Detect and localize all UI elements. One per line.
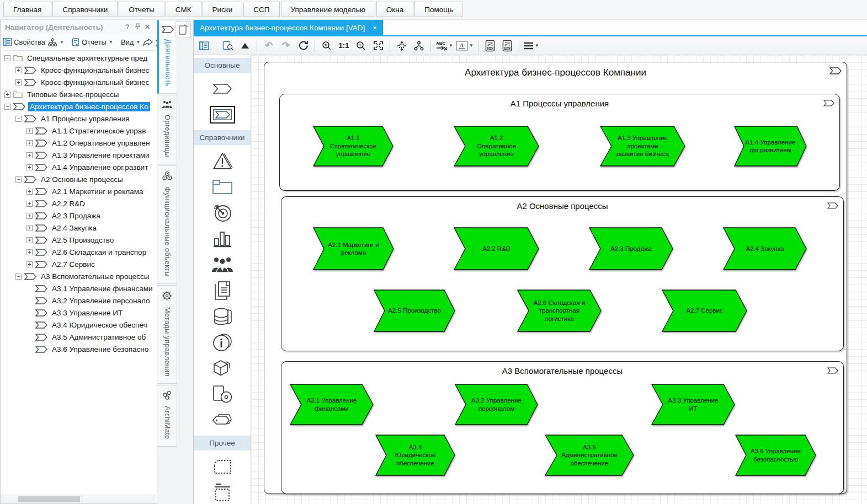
scrollbar-thumb[interactable] bbox=[18, 496, 80, 502]
category-tab-Деятельность[interactable]: Деятельность bbox=[157, 20, 177, 94]
go-up-button[interactable] bbox=[238, 39, 252, 53]
process-shape[interactable]: А3.3 Управление ИТ bbox=[651, 384, 735, 425]
new-diagram-button[interactable] bbox=[175, 22, 191, 38]
palette-tool-vad-plain[interactable] bbox=[194, 76, 251, 101]
palette-tool-cube[interactable] bbox=[194, 355, 251, 381]
tree-item[interactable]: +А2.5 Произодство bbox=[1, 234, 156, 246]
palette-tool-people-group[interactable] bbox=[194, 251, 251, 277]
expand-icon[interactable]: + bbox=[26, 201, 33, 207]
tree-item[interactable]: +А2.3 Продажа bbox=[1, 210, 156, 222]
share-button[interactable] bbox=[142, 38, 153, 46]
tree-item[interactable]: −А3.4 Юридическое обеспеч bbox=[1, 319, 156, 331]
palette-tool-frame[interactable] bbox=[194, 174, 251, 200]
expand-icon[interactable]: + bbox=[26, 249, 33, 255]
process-shape[interactable]: А2.5 Произодство bbox=[374, 289, 455, 332]
tree-item[interactable]: −А3.1 Управление финансами bbox=[1, 282, 156, 294]
menu-item[interactable]: ССП bbox=[243, 2, 279, 17]
process-shape[interactable]: А3.6 Управление безопасностью bbox=[735, 435, 816, 476]
tree-item[interactable]: −А1 Процессы управления bbox=[1, 112, 156, 125]
menu-item[interactable]: Управление моделью bbox=[281, 2, 375, 17]
text-settings-button[interactable]: ABC ▼ bbox=[435, 39, 453, 53]
process-shape[interactable]: А2.2 R&D bbox=[454, 227, 539, 270]
expand-icon[interactable]: + bbox=[4, 92, 10, 98]
export-png-button[interactable]: PNG bbox=[500, 39, 514, 53]
process-group-block[interactable]: А3 Вспомогательные процессыА3.1 Управлен… bbox=[281, 361, 844, 494]
find-on-diagram-button[interactable] bbox=[221, 39, 235, 53]
process-shape[interactable]: А2.6 Складская и транспортная логистика bbox=[517, 289, 602, 332]
collapse-icon[interactable]: − bbox=[15, 176, 22, 183]
diagram-sheet[interactable]: Архитектура бизнес-процессов Компании А1… bbox=[264, 62, 847, 494]
pin-icon[interactable] bbox=[132, 23, 142, 31]
process-shape[interactable]: А3.1 Управление финансами bbox=[290, 384, 374, 425]
refresh-button[interactable] bbox=[296, 39, 310, 53]
diagram-canvas[interactable]: Архитектура бизнес-процессов Компании А1… bbox=[251, 55, 867, 504]
category-tab-Функциональные объекты[interactable]: Функциональные объекты bbox=[157, 165, 177, 284]
properties-button[interactable]: Свойства bbox=[3, 38, 45, 46]
tree-item[interactable]: +А1.1 Стратегическое управ bbox=[1, 125, 156, 137]
palette-tool-info[interactable] bbox=[194, 329, 251, 355]
menu-item[interactable]: Справочники bbox=[52, 2, 118, 17]
palette-tool-vad-boxed[interactable] bbox=[194, 101, 251, 127]
tree-item[interactable]: +А2.7 Сервис bbox=[1, 258, 156, 270]
tree-item[interactable]: −Специальные архитектурные пред bbox=[1, 52, 156, 64]
process-shape[interactable]: А1.3 Управление проектами развития бизне… bbox=[600, 126, 685, 167]
process-shape[interactable]: А2.1 Маркетинг и реклама bbox=[313, 227, 394, 270]
tree-item[interactable]: +А1.2 Оперативное управлен bbox=[1, 137, 156, 149]
document-tab[interactable]: Архитектура бизнес-процессов Компании [V… bbox=[194, 20, 383, 35]
process-shape[interactable]: А2.3 Продажа bbox=[589, 227, 673, 270]
diagram-menu-button[interactable]: ▼ bbox=[524, 39, 539, 53]
tree-item[interactable]: −А3.6 Управление безопасно bbox=[1, 343, 156, 355]
expand-icon[interactable]: + bbox=[26, 128, 33, 134]
fit-to-screen-button[interactable] bbox=[371, 39, 385, 53]
expand-icon[interactable]: + bbox=[26, 213, 33, 219]
font-style-button[interactable]: A ▼ bbox=[456, 39, 474, 53]
category-tab-ArchiMate[interactable]: ArchiMate bbox=[157, 385, 177, 447]
expand-icon[interactable]: + bbox=[26, 140, 33, 146]
palette-tool-dashed-rect[interactable] bbox=[194, 453, 251, 479]
reports-button[interactable]: Отчеты ▼ bbox=[72, 38, 113, 47]
tree-item[interactable]: −А3.2 Управление персонало bbox=[1, 294, 156, 307]
menu-item[interactable]: Отчеты bbox=[119, 2, 164, 17]
process-shape[interactable]: А3.5 Административное обеспечение bbox=[545, 435, 634, 476]
tree-item[interactable]: −А3 Вспомогательные процессы bbox=[1, 270, 156, 282]
palette-tool-database[interactable] bbox=[194, 303, 251, 329]
tree-item[interactable]: −А2 Основные процессы bbox=[1, 173, 156, 185]
hierarchy-button[interactable]: ▼ bbox=[47, 38, 64, 47]
zoom-100-button[interactable]: 1:1 bbox=[337, 39, 351, 53]
palette-tool-warning[interactable] bbox=[194, 148, 251, 174]
zoom-out-button[interactable] bbox=[354, 39, 368, 53]
tree-item[interactable]: +А2.2 R&D bbox=[1, 197, 156, 210]
tree-item[interactable]: +Кросс-функциональный бизнес bbox=[1, 64, 156, 76]
redo-button[interactable]: ↷ bbox=[279, 39, 293, 53]
palette-tool-target[interactable] bbox=[194, 200, 251, 226]
palette-tool-dashed-rect-text[interactable] bbox=[194, 479, 251, 504]
palette-tool-tag[interactable] bbox=[194, 407, 251, 433]
expand-icon[interactable]: + bbox=[26, 164, 33, 170]
horizontal-scrollbar[interactable] bbox=[1, 495, 156, 503]
process-group-block[interactable]: А2 Основные процессыА2.1 Маркетинг и рек… bbox=[281, 196, 844, 351]
tree-item[interactable]: +А1.3 Управление проектами bbox=[1, 149, 156, 161]
process-shape[interactable]: А3.2 Управление персоналом bbox=[455, 384, 538, 425]
process-shape[interactable]: А1.2 Оперативное управление bbox=[454, 126, 539, 167]
tab-close-icon[interactable]: × bbox=[373, 24, 377, 32]
help-icon[interactable]: ? bbox=[123, 23, 132, 31]
collapse-icon[interactable]: − bbox=[15, 116, 22, 122]
process-shape[interactable]: А1.1 Стратегическое управление bbox=[313, 126, 393, 167]
menu-item[interactable]: Помощь bbox=[414, 2, 463, 17]
process-shape[interactable]: А1.4 Управление орг.развитием bbox=[734, 126, 807, 167]
view-button[interactable]: Вид ▼ bbox=[121, 38, 140, 46]
expand-icon[interactable]: + bbox=[26, 225, 33, 231]
process-shape[interactable]: А2.7 Сервис bbox=[662, 289, 747, 332]
export-svg-button[interactable]: SVG bbox=[483, 39, 497, 53]
category-tab-Методы управления[interactable]: Методы управления bbox=[157, 285, 177, 384]
category-tab-Оргединицы[interactable]: Оргединицы bbox=[157, 95, 177, 164]
tree-item[interactable]: +А1.4 Управление орг.развит bbox=[1, 161, 156, 173]
collapse-icon[interactable]: − bbox=[4, 104, 10, 110]
process-shape[interactable]: А3.4 Юридическое обеспечение bbox=[375, 435, 455, 476]
palette-section-header[interactable]: Справочники bbox=[194, 130, 251, 145]
menu-item[interactable]: СМК bbox=[166, 2, 201, 17]
expand-icon[interactable]: + bbox=[15, 79, 22, 85]
tree-item[interactable]: +Кросс-функциональный бизнес bbox=[1, 76, 156, 88]
tree-item[interactable]: +А2.4 Закупка bbox=[1, 222, 156, 234]
diagram-properties-button[interactable] bbox=[197, 39, 211, 53]
